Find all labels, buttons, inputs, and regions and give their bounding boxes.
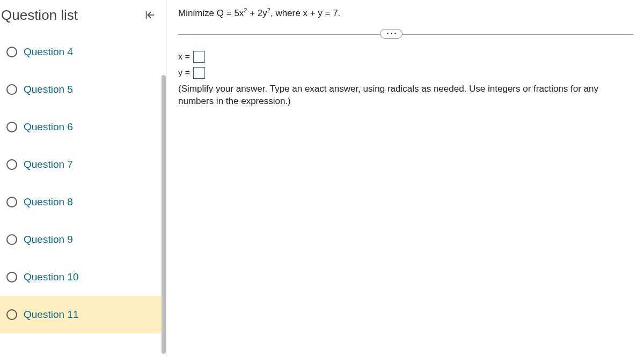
question-label: Question 8 (24, 196, 73, 208)
collapse-left-icon (144, 9, 156, 21)
question-label: Question 7 (24, 159, 73, 170)
sidebar-title: Question list (1, 7, 78, 24)
answer-row-x: x = (178, 51, 633, 63)
sidebar-item-question-7[interactable]: Question 7 (0, 146, 166, 183)
prompt-text-2: + 2y (247, 8, 267, 18)
question-label: Question 11 (24, 309, 78, 321)
ellipsis-icon (387, 33, 389, 34)
ellipsis-icon (391, 33, 392, 34)
collapse-sidebar-button[interactable] (141, 6, 158, 24)
sidebar-scrollbar-thumb[interactable] (162, 75, 166, 354)
sidebar-item-question-8[interactable]: Question 8 (0, 183, 166, 221)
radio-unselected-icon (6, 197, 17, 207)
more-options-button[interactable] (380, 29, 402, 39)
sidebar-item-question-10[interactable]: Question 10 (0, 258, 166, 296)
sidebar-header: Question list (0, 0, 166, 33)
sidebar-item-question-6[interactable]: Question 6 (0, 108, 166, 146)
question-label: Question 9 (24, 234, 73, 246)
question-label: Question 5 (24, 84, 73, 95)
answer-row-y: y = (178, 67, 633, 79)
ellipsis-icon (394, 33, 396, 34)
section-divider (178, 34, 633, 35)
question-items: Question 4 Question 5 Question 6 Questio… (0, 33, 166, 357)
question-content: Minimize Q = 5x2 + 2y2, where x + y = 7.… (166, 0, 644, 357)
question-list-sidebar: Question list Question 4 Question 5 Ques… (0, 0, 166, 357)
radio-unselected-icon (6, 122, 17, 132)
sidebar-item-question-4[interactable]: Question 4 (0, 33, 166, 71)
radio-unselected-icon (6, 272, 17, 282)
y-input[interactable] (193, 67, 205, 79)
sidebar-item-question-11[interactable]: Question 11 (0, 296, 166, 333)
sidebar-item-question-5[interactable]: Question 5 (0, 71, 166, 108)
radio-unselected-icon (6, 84, 17, 95)
radio-unselected-icon (6, 159, 17, 170)
x-input[interactable] (193, 51, 205, 63)
prompt-text-3: , where x + y = 7. (270, 8, 340, 18)
question-label: Question 6 (24, 121, 73, 133)
prompt-text-1: Minimize Q = 5x (178, 8, 244, 18)
answer-instructions: (Simplify your answer. Type an exact ans… (178, 83, 633, 108)
radio-unselected-icon (6, 47, 17, 57)
question-label: Question 4 (24, 46, 73, 58)
radio-unselected-icon (6, 309, 17, 320)
x-label: x = (178, 52, 190, 62)
question-prompt: Minimize Q = 5x2 + 2y2, where x + y = 7. (178, 6, 633, 19)
radio-unselected-icon (6, 234, 17, 245)
sidebar-item-question-9[interactable]: Question 9 (0, 221, 166, 258)
question-label: Question 10 (24, 271, 78, 283)
divider-line (178, 34, 633, 35)
y-label: y = (178, 68, 190, 78)
